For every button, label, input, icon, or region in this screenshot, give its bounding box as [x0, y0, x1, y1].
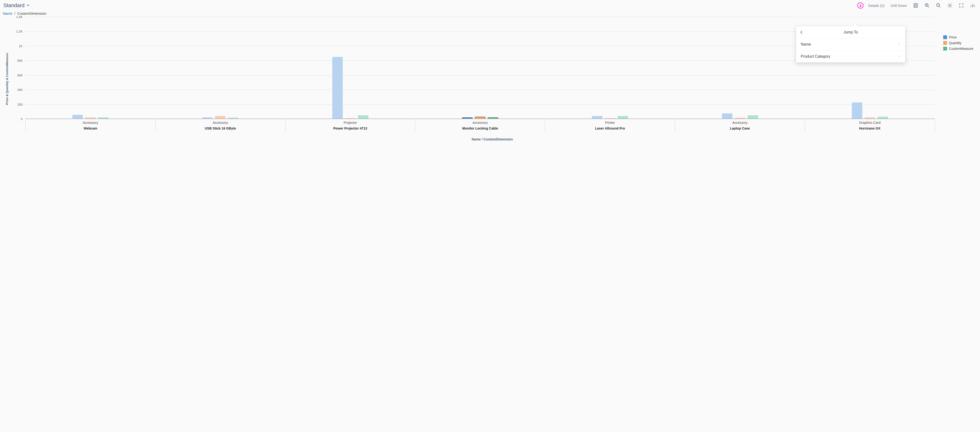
bar-custommeasure[interactable]: [358, 115, 368, 119]
view-mode-dropdown[interactable]: Standard: [3, 2, 30, 8]
x-category: PrinterLaser Allround Pro: [545, 119, 675, 131]
popover-item-label: Name: [801, 42, 811, 46]
chart-container: Price & Quantity & CustomMeasure 0200400…: [0, 16, 980, 143]
zoom-out-icon[interactable]: [936, 3, 941, 8]
popover-item-label: Product Category: [801, 54, 830, 59]
y-ticks: 02004006008001K1.2K1.4K: [11, 17, 24, 119]
y-tick: 1.4K: [11, 15, 22, 19]
bar-price[interactable]: [72, 115, 83, 119]
popover-title: Jump To: [843, 30, 858, 34]
chevron-right-icon: [898, 43, 900, 46]
x-axis-line: [25, 119, 935, 119]
x-category-secondary: Accessory: [27, 121, 154, 125]
x-axis-labels: AccessoryWebcamAccessoryUSB Stick 16 GBy…: [25, 119, 935, 131]
legend-item[interactable]: Quantity: [943, 41, 974, 45]
popover-header: Jump To: [796, 26, 905, 38]
bar-price[interactable]: [332, 57, 343, 119]
bar-group[interactable]: [545, 17, 675, 119]
bar-group[interactable]: [285, 17, 415, 119]
chevron-down-icon: [26, 3, 30, 8]
y-axis-title: Price & Quantity & CustomMeasure: [5, 17, 9, 141]
x-category-secondary: Accessory: [416, 121, 544, 125]
x-category: AccessoryMonitor Locking Cable: [415, 119, 545, 131]
bar-custommeasure[interactable]: [748, 115, 758, 119]
y-tick: 800: [11, 59, 22, 62]
x-category-primary: Webcam: [27, 127, 154, 130]
svg-point-3: [915, 6, 915, 6]
y-tick: 0: [11, 117, 22, 121]
settings-icon[interactable]: [947, 3, 953, 8]
bar-price[interactable]: [722, 113, 732, 119]
y-tick: 600: [11, 73, 22, 77]
svg-point-14: [949, 5, 951, 6]
drill-down-button[interactable]: Drill Down: [891, 3, 907, 8]
legend: PriceQuantityCustomMeasure: [943, 35, 974, 51]
bar-group[interactable]: [675, 17, 805, 119]
bar-group[interactable]: [25, 17, 155, 119]
x-category-primary: Laser Allround Pro: [546, 127, 674, 130]
x-axis-title: Name / CustomDimension: [9, 137, 975, 141]
breadcrumb-link[interactable]: Name: [3, 11, 12, 16]
x-category-secondary: Projector: [286, 121, 414, 125]
popover-item[interactable]: Name: [796, 38, 905, 51]
x-category-secondary: Graphics Card: [806, 121, 934, 125]
breadcrumb-current: CustomDimension: [18, 11, 46, 16]
breadcrumb-separator: /: [14, 11, 15, 16]
x-category-secondary: Accessory: [676, 121, 803, 125]
chevron-right-icon: [898, 55, 900, 58]
annotation-badge: 2: [857, 2, 864, 8]
x-category-primary: Monitor Locking Cable: [416, 127, 544, 130]
bar-chart-icon[interactable]: [970, 3, 975, 8]
legend-swatch: [943, 47, 947, 51]
breadcrumb: Name / CustomDimension: [0, 10, 980, 16]
bar-price[interactable]: [852, 102, 862, 119]
x-category-secondary: Accessory: [156, 121, 284, 125]
back-icon[interactable]: [799, 30, 803, 34]
details-button[interactable]: Details (2): [868, 3, 885, 8]
x-category-primary: Power Projector 4713: [286, 127, 414, 130]
fullscreen-icon[interactable]: [959, 3, 964, 8]
x-category: AccessoryUSB Stick 16 GByte: [155, 119, 285, 131]
y-tick: 1K: [11, 44, 22, 48]
jump-to-popover: Jump To NameProduct Category: [796, 26, 905, 63]
bar-group[interactable]: [415, 17, 545, 119]
legend-label: Price: [949, 35, 956, 39]
y-tick: 200: [11, 102, 22, 106]
legend-item[interactable]: CustomMeasure: [943, 47, 974, 51]
legend-label: Quantity: [949, 41, 961, 45]
legend-swatch: [943, 35, 947, 39]
legend-swatch: [943, 41, 947, 45]
bar-group[interactable]: [155, 17, 285, 119]
x-category-primary: Laptop Case: [676, 127, 803, 130]
x-category: AccessoryWebcam: [25, 119, 155, 131]
list-icon[interactable]: [913, 3, 918, 8]
svg-line-12: [939, 6, 940, 8]
popover-item[interactable]: Product Category: [796, 51, 905, 62]
legend-item[interactable]: Price: [943, 35, 974, 39]
y-tick: 400: [11, 88, 22, 92]
y-tick: 1.2K: [11, 30, 22, 33]
toolbar: Standard 2 Details (2) Drill Down: [0, 0, 980, 10]
legend-label: CustomMeasure: [949, 47, 974, 51]
svg-line-8: [928, 6, 929, 8]
x-category-secondary: Printer: [546, 121, 674, 125]
x-category: ProjectorPower Projector 4713: [285, 119, 415, 131]
zoom-in-icon[interactable]: [924, 3, 930, 8]
x-category-primary: USB Stick 16 GByte: [156, 127, 284, 130]
x-category: Graphics CardHurricane GX: [805, 119, 935, 131]
x-category-primary: Hurricane GX: [806, 127, 934, 130]
x-category: AccessoryLaptop Case: [675, 119, 805, 131]
view-mode-label: Standard: [3, 2, 24, 8]
